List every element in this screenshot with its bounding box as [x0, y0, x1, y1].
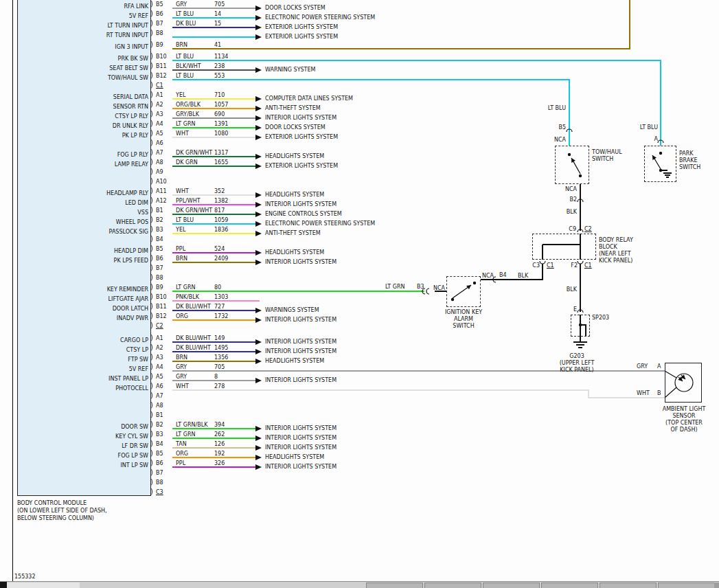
signal-label: CARGO LP — [120, 337, 148, 343]
system-target: HEADLIGHTS SYSTEM — [265, 249, 324, 256]
pin-bracket-icon: ) — [150, 30, 153, 36]
system-target: WARNING SYSTEM — [265, 67, 315, 73]
circuit-number: 817 — [214, 207, 225, 214]
signal-label: TOW/HAUL SW — [108, 75, 148, 81]
signal-label: KEY CYL SW — [115, 433, 148, 440]
component-label-park-brake-switch: BRAKE — [679, 157, 698, 163]
system-target: INTERIOR LIGHTS SYSTEM — [265, 317, 336, 323]
system-target: WARNINGS SYSTEM — [265, 307, 319, 313]
circuit-number: 690 — [214, 111, 225, 117]
net-label: B2 — [569, 196, 577, 203]
pin-id: A9 — [156, 169, 163, 175]
wire-color-label: LT BLU — [176, 217, 194, 223]
pin-bracket-icon: ) — [150, 479, 153, 486]
system-target: ENGINE CONTROLS SYSTEM — [265, 211, 342, 217]
signal-label: INADV PWR — [117, 315, 148, 321]
component-box-park-brake-switch — [644, 146, 676, 182]
circuit-number: 1303 — [214, 294, 228, 300]
component-box-body-relay-block — [532, 234, 596, 260]
system-target: ANTI-THEFT SYSTEM — [265, 230, 321, 236]
pin-bracket-icon: ) — [150, 440, 153, 447]
system-target: EXTERIOR LIGHTS SYSTEM — [265, 163, 338, 169]
component-label-ambient-light-sensor: OF DASH) — [670, 427, 697, 433]
net-label: GRY — [637, 363, 648, 370]
circuit-number: 326 — [214, 460, 225, 466]
pin-id: A3 — [156, 354, 163, 361]
pin-id: B1 — [156, 207, 163, 214]
connector-id: C1 — [156, 82, 163, 89]
wire-color-label: LT GRN — [176, 284, 196, 291]
pin-bracket-icon: ) — [150, 101, 153, 108]
pin-id: A2 — [156, 102, 163, 108]
pin-id: A11 — [156, 188, 167, 194]
wire-color-label: GRY — [176, 1, 187, 8]
pin-bracket-icon: ) — [150, 91, 153, 98]
system-target: HEADLIGHTS SYSTEM — [265, 358, 324, 364]
net-label: C1 — [584, 262, 592, 269]
net-label: NCA — [482, 273, 494, 279]
signal-label: CTSY LP RLY — [115, 113, 148, 120]
wire-color-label: BLK/WHT — [176, 63, 201, 69]
pin-id: B7 — [156, 265, 163, 271]
wire-color-label: GRY — [176, 364, 187, 370]
pin-bracket-icon: ) — [150, 274, 153, 281]
circuit-number: 1059 — [214, 217, 228, 223]
taskbar-button[interactable] — [483, 583, 540, 588]
taskbar-quicklaunch — [7, 583, 80, 588]
signal-label: LF DR SW — [122, 443, 148, 449]
wire-color-label: LT GRN/BLK — [176, 422, 207, 428]
taskbar-button[interactable] — [541, 583, 598, 588]
pin-bracket-icon: ) — [150, 431, 153, 438]
pin-id: B6 — [156, 256, 163, 262]
pin-id: A2 — [156, 345, 163, 351]
taskbar-button[interactable] — [600, 583, 657, 588]
circuit-number: 553 — [214, 73, 225, 79]
net-label: LT BLU — [640, 124, 658, 131]
pin-bracket-icon: ) — [150, 421, 153, 428]
component-label-ambient-light-sensor: (TOP CENTER — [665, 420, 703, 426]
system-target: INTERIOR LIGHTS SYSTEM — [265, 435, 336, 441]
pin-id: A5 — [156, 374, 163, 380]
pin-id: B8 — [156, 479, 163, 486]
component-label-park-brake-switch: PARK — [679, 150, 694, 157]
net-label: A — [654, 136, 658, 142]
pin-id: A7 — [156, 150, 163, 156]
signal-label: PK LP RLY — [122, 133, 148, 139]
system-target: INTERIOR LIGHTS SYSTEM — [265, 444, 336, 451]
wire-color-label: LT BLU — [176, 73, 194, 79]
taskbar-button[interactable] — [424, 583, 481, 588]
system-target: EXTERIOR LIGHTS SYSTEM — [265, 24, 338, 30]
net-label: WHT — [637, 390, 650, 396]
wire-color-label: LT GRN — [176, 431, 196, 438]
circuit-number: 705 — [214, 364, 225, 370]
wire-color-label: DK BLU/WHT — [176, 304, 211, 310]
pin-id: B8 — [156, 275, 163, 281]
pin-bracket-icon: ) — [150, 178, 153, 185]
pin-bracket-icon: ) — [150, 313, 153, 319]
pin-id: B3 — [156, 431, 163, 438]
net-label: LT BLU — [548, 105, 566, 111]
system-target: INTERIOR LIGHTS SYSTEM — [265, 201, 336, 207]
wire-color-label: WHT — [176, 188, 189, 194]
taskbar-start-corner[interactable] — [0, 582, 7, 588]
pin-bracket-icon: ) — [150, 284, 153, 291]
wire-color-label: ORG — [176, 451, 188, 457]
pin-id: A10 — [156, 179, 167, 185]
component-label-body-relay-block: (NEAR LEFT — [599, 251, 631, 257]
taskbar-button[interactable] — [658, 583, 715, 588]
signal-label: LED DIM — [125, 200, 148, 206]
net-label: C9 — [569, 226, 576, 232]
taskbar-button[interactable] — [366, 583, 423, 588]
net-label: NCA — [554, 137, 566, 143]
signal-label: SENSOR RTN — [113, 104, 148, 110]
pin-id: B7 — [156, 21, 163, 27]
wire-color-label: BRN — [176, 354, 187, 361]
wire-color-label: DK BLU/WHT — [176, 335, 211, 341]
pin-bracket-icon: ) — [150, 72, 153, 79]
circuit-number: 1080 — [214, 131, 228, 137]
signal-label: SERIAL DATA — [113, 94, 148, 100]
pin-bracket-icon: ) — [150, 10, 153, 17]
pin-id: B5 — [156, 1, 163, 8]
wire-color-label: WHT — [176, 383, 189, 389]
component-label-body-relay-block: KICK PANEL) — [599, 258, 632, 264]
